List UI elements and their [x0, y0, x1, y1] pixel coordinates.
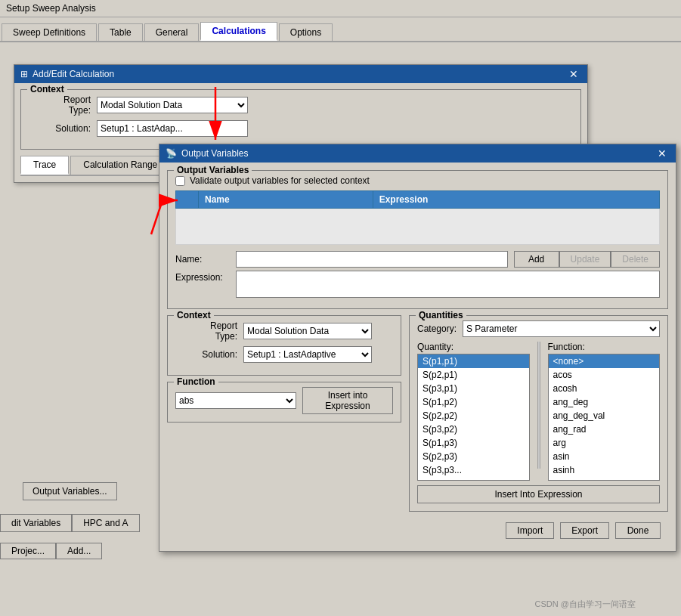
tab-options[interactable]: Options: [279, 23, 333, 41]
quantity-function-row: Quantity: S(p1,p1) S(p2,p1) S(p3,p1) S(p…: [417, 342, 660, 481]
function-section-label: Function: [174, 376, 218, 387]
qty-item-s13[interactable]: S(p1,p3): [418, 436, 529, 450]
ov-dialog-titlebar: 📡 Output Variables ✕: [159, 144, 676, 163]
name-label: Name:: [175, 254, 236, 265]
fn-item-none[interactable]: <none>: [549, 354, 660, 368]
hpc-tab[interactable]: HPC and A: [72, 514, 139, 532]
ov-table-col-num: [176, 191, 199, 209]
add-edit-dialog-title: Add/Edit Calculation: [33, 69, 114, 79]
function-select[interactable]: abs: [175, 392, 296, 409]
fn-item-atan[interactable]: atan: [549, 477, 660, 481]
output-variables-dialog: 📡 Output Variables ✕ Output Variables Va…: [159, 144, 676, 552]
export-button[interactable]: Export: [560, 522, 609, 539]
solution-label: Solution:: [29, 123, 97, 134]
qty-item-s22[interactable]: S(p2,p2): [418, 409, 529, 423]
tab-general[interactable]: General: [144, 23, 200, 41]
name-input[interactable]: [236, 251, 508, 268]
report-type-label: ReportType:: [29, 94, 97, 116]
function-list[interactable]: <none> acos acosh ang_deg ang_deg_val an…: [548, 354, 661, 481]
ov-title-row: 📡 Output Variables: [166, 148, 249, 159]
category-row: Category: S Parameter: [417, 320, 660, 337]
delete-button[interactable]: Delete: [611, 251, 660, 268]
bottom-left-tabs: dit Variables HPC and A: [0, 514, 140, 532]
ov-context-label: Context: [174, 310, 214, 320]
update-button[interactable]: Update: [559, 251, 611, 268]
add-edit-dialog-title-row: ⊞ Add/Edit Calculation: [20, 69, 114, 79]
context-group: Context ReportType: Modal Solution Data …: [20, 89, 581, 150]
fn-item-asin[interactable]: asin: [549, 450, 660, 463]
context-group-label: Context: [27, 84, 67, 94]
ov-solution-select[interactable]: Setup1 : LastAdaptive: [243, 346, 372, 363]
tab-sweep-definitions[interactable]: Sweep Definitions: [2, 23, 97, 41]
ov-dialog-title: Output Variables: [181, 148, 249, 159]
qty-item-s31[interactable]: S(p3,p1): [418, 382, 529, 395]
validate-checkbox[interactable]: [175, 176, 185, 186]
output-variables-button[interactable]: Output Variables...: [23, 482, 117, 500]
insert-into-expression-bottom-button[interactable]: Insert into Expression: [302, 387, 393, 414]
ov-left: Context ReportType: Modal Solution Data …: [167, 315, 401, 518]
fn-item-acos[interactable]: acos: [549, 368, 660, 382]
qty-item-s32[interactable]: S(p3,p2): [418, 423, 529, 436]
solution-input[interactable]: [97, 120, 248, 137]
ov-table: Name Expression: [175, 190, 660, 245]
ov-table-col-expression: Expression: [373, 191, 659, 209]
qty-item-s11[interactable]: S(p1,p1): [418, 354, 529, 368]
project-add-buttons: Projec... Add...: [0, 543, 102, 559]
report-type-select[interactable]: Modal Solution Data: [97, 97, 248, 113]
fn-item-ang-rad[interactable]: ang_rad: [549, 423, 660, 436]
main-tab-strip: Sweep Definitions Table General Calculat…: [0, 17, 681, 42]
tab-calculations[interactable]: Calculations: [200, 22, 277, 41]
expression-textarea[interactable]: [236, 271, 660, 298]
tab-table[interactable]: Table: [98, 23, 143, 41]
app-title: Setup Sweep Analysis: [6, 3, 96, 14]
name-row: Name: Add Update Delete: [175, 251, 660, 268]
fn-item-asinh[interactable]: asinh: [549, 463, 660, 477]
tab-trace[interactable]: Trace: [20, 156, 69, 175]
fn-item-ang-deg-val[interactable]: ang_deg_val: [549, 409, 660, 423]
category-select[interactable]: S Parameter: [463, 320, 660, 337]
fn-item-ang-deg[interactable]: ang_deg: [549, 395, 660, 409]
import-button[interactable]: Import: [506, 522, 554, 539]
function-row: abs Insert into Expression: [175, 387, 393, 414]
ov-group-label: Output Variables: [174, 165, 252, 175]
edit-variables-tab[interactable]: dit Variables: [0, 514, 72, 532]
bottom-bar: Import Export Done: [167, 518, 668, 543]
ov-report-type-select[interactable]: Modal Solution Data: [243, 323, 372, 339]
add-button[interactable]: Add...: [56, 543, 102, 559]
qty-item-s12[interactable]: S(p1,p2): [418, 395, 529, 409]
ov-table-empty-row: [176, 209, 660, 245]
solution-row: Solution:: [29, 120, 573, 137]
qty-item-s23[interactable]: S(p2,p3): [418, 450, 529, 463]
project-button[interactable]: Projec...: [0, 543, 56, 559]
hpc-label: HPC and A: [83, 518, 128, 528]
ov-icon: 📡: [166, 148, 177, 159]
category-label: Category:: [417, 323, 457, 334]
done-button[interactable]: Done: [615, 522, 661, 539]
ov-report-type-row: ReportType: Modal Solution Data: [175, 320, 393, 342]
tab-calculation-range[interactable]: Calculation Range: [70, 156, 170, 175]
add-edit-dialog-titlebar: ⊞ Add/Edit Calculation ✕: [14, 65, 587, 83]
ov-report-type-label: ReportType:: [175, 320, 243, 342]
qty-item-s21[interactable]: S(p2,p1): [418, 368, 529, 382]
qty-item-s33[interactable]: S(p3,p3...: [418, 463, 529, 477]
quantity-col: Quantity: S(p1,p1) S(p2,p1) S(p3,p1) S(p…: [417, 342, 530, 481]
quantities-section-label: Quantities: [416, 310, 466, 320]
quantities-section: Quantities Category: S Parameter Quantit…: [409, 315, 668, 512]
watermark: CSDN @自由学习一间语室: [535, 599, 636, 610]
fn-item-acosh[interactable]: acosh: [549, 382, 660, 395]
function-col: Function: <none> acos acosh ang_deg ang_…: [548, 342, 661, 481]
quantity-list[interactable]: S(p1,p1) S(p2,p1) S(p3,p1) S(p1,p2) S(p2…: [417, 354, 530, 481]
quantity-col-label: Quantity:: [417, 342, 530, 352]
ov-close-button[interactable]: ✕: [655, 147, 670, 159]
ov-group: Output Variables Validate output variabl…: [167, 170, 668, 309]
expression-label: Expression:: [175, 271, 236, 283]
validate-label: Validate output variables for selected c…: [190, 175, 370, 186]
add-calc-button[interactable]: Add: [514, 251, 559, 268]
ov-right: Quantities Category: S Parameter Quantit…: [409, 315, 668, 518]
calc-icon: ⊞: [20, 69, 28, 79]
fn-item-arg[interactable]: arg: [549, 436, 660, 450]
insert-into-expression-button[interactable]: Insert Into Expression: [417, 485, 660, 503]
ov-context-group: Context ReportType: Modal Solution Data …: [167, 315, 401, 376]
add-edit-close-button[interactable]: ✕: [566, 68, 581, 80]
function-section: Function abs Insert into Expression: [167, 382, 401, 423]
